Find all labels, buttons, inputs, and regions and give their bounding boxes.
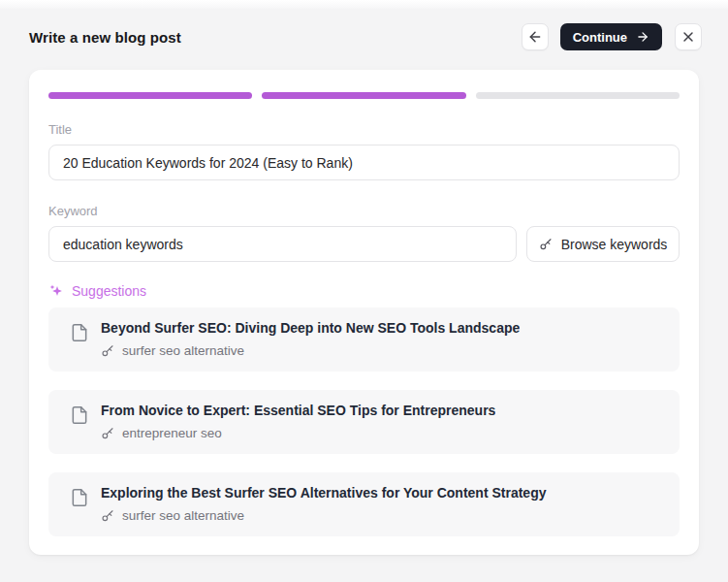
- suggestion-card[interactable]: Exploring the Best Surfer SEO Alternativ…: [48, 472, 680, 536]
- browse-keywords-button[interactable]: Browse keywords: [526, 226, 680, 262]
- key-icon: [101, 427, 114, 440]
- suggestion-title: Beyond Surfer SEO: Diving Deep into New …: [101, 320, 520, 337]
- page-title: Write a new blog post: [29, 29, 181, 46]
- suggestion-card[interactable]: From Novice to Expert: Essential SEO Tip…: [48, 390, 680, 454]
- back-button[interactable]: [522, 23, 549, 50]
- progress-segment: [476, 92, 680, 99]
- keyword-field-label: Keyword: [48, 204, 680, 218]
- suggestion-keyword: entrepreneur seo: [122, 426, 222, 440]
- suggestion-card-body: Exploring the Best Surfer SEO Alternativ…: [101, 485, 547, 523]
- suggestion-keyword-row: surfer seo alternative: [101, 508, 547, 523]
- file-icon: [70, 322, 89, 343]
- suggestions-heading: Suggestions: [72, 283, 146, 299]
- suggestion-card-body: Beyond Surfer SEO: Diving Deep into New …: [101, 320, 520, 358]
- step-progress-bar: [48, 92, 680, 99]
- suggestions-list: Beyond Surfer SEO: Diving Deep into New …: [48, 307, 680, 536]
- file-icon: [70, 487, 89, 508]
- key-icon: [101, 344, 114, 358]
- suggestion-card-body: From Novice to Expert: Essential SEO Tip…: [101, 403, 495, 440]
- title-field-label: Title: [48, 122, 680, 137]
- sparkles-icon: [48, 283, 64, 299]
- close-icon: [681, 29, 696, 45]
- suggestions-header: Suggestions: [48, 283, 680, 299]
- suggestion-keyword-row: surfer seo alternative: [101, 343, 520, 358]
- suggestion-keyword: surfer seo alternative: [122, 508, 244, 523]
- file-icon: [70, 404, 89, 426]
- key-icon: [539, 238, 553, 251]
- arrow-left-icon: [527, 29, 543, 45]
- arrow-right-icon: [636, 30, 649, 44]
- blog-post-form-panel: Title Keyword Browse keywords Suggestion…: [29, 70, 699, 555]
- continue-button-label: Continue: [573, 30, 627, 45]
- suggestion-keyword-row: entrepreneur seo: [101, 426, 495, 440]
- key-icon: [101, 509, 114, 523]
- browse-keywords-label: Browse keywords: [561, 237, 668, 252]
- continue-button[interactable]: Continue: [560, 23, 662, 50]
- suggestion-keyword: surfer seo alternative: [122, 343, 244, 358]
- close-button[interactable]: [675, 23, 702, 50]
- title-input[interactable]: [48, 145, 680, 180]
- suggestion-title: Exploring the Best Surfer SEO Alternativ…: [101, 485, 547, 501]
- progress-segment: [262, 92, 465, 99]
- progress-segment: [48, 92, 252, 99]
- window-top-edge: [0, 0, 728, 9]
- dialog-header: Write a new blog post Continue: [29, 23, 702, 50]
- keyword-input[interactable]: [48, 226, 517, 262]
- keyword-row: Browse keywords: [48, 226, 680, 262]
- suggestion-card[interactable]: Beyond Surfer SEO: Diving Deep into New …: [48, 307, 680, 372]
- suggestion-title: From Novice to Expert: Essential SEO Tip…: [101, 403, 495, 419]
